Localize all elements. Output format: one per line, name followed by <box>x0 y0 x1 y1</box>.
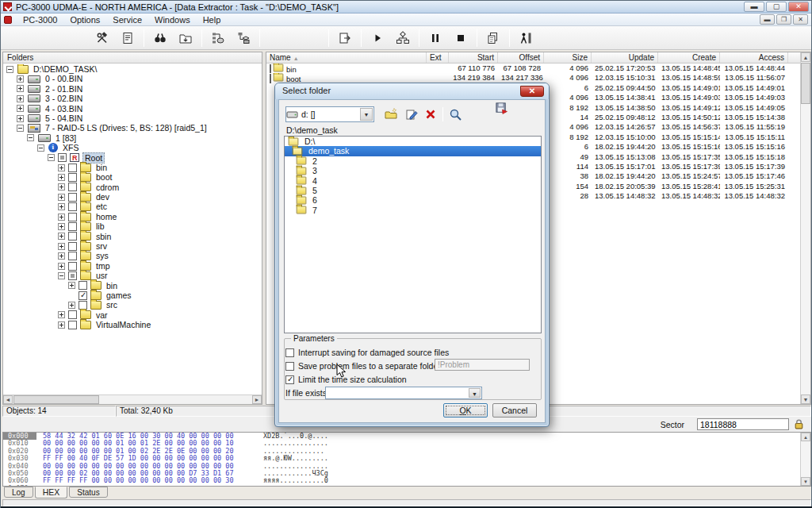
pause-button[interactable] <box>425 29 446 48</box>
scroll-up-icon[interactable]: ▲ <box>801 433 810 441</box>
expand-icon[interactable] <box>58 321 65 329</box>
expand-icon[interactable] <box>58 243 65 250</box>
interrupt-saving-option[interactable]: Interrupt saving for damaged source file… <box>285 348 449 357</box>
tree-checkbox[interactable] <box>79 281 87 290</box>
tree-checkbox[interactable] <box>68 164 77 172</box>
tree-item-src[interactable]: src <box>3 300 262 310</box>
save-problem-files-option[interactable]: Save problem files to a separate folder <box>285 361 441 371</box>
expand-icon[interactable] <box>17 105 24 112</box>
tree-item-etc[interactable]: etc <box>3 202 262 211</box>
tree-item-dev[interactable]: dev <box>3 192 262 202</box>
dialog-folder-5[interactable]: 5 <box>285 186 541 195</box>
object-map-button[interactable] <box>208 29 228 48</box>
collapse-icon[interactable] <box>27 134 34 141</box>
menu-help[interactable]: Help <box>197 15 228 25</box>
tree-checkbox[interactable] <box>68 183 77 191</box>
file-list-vertical-scrollbar[interactable]: ▲ ▼ <box>800 52 810 404</box>
dialog-folder-6[interactable]: 6 <box>285 195 541 205</box>
mdi-restore-button[interactable]: ❐ <box>776 14 791 25</box>
dialog-close-button[interactable]: ✕ <box>520 86 544 97</box>
tree-item-sbin[interactable]: sbin <box>3 232 262 241</box>
file-checkbox[interactable] <box>270 74 271 83</box>
collapse-icon[interactable] <box>48 154 55 161</box>
tree-checkbox[interactable] <box>68 321 77 329</box>
expand-icon[interactable] <box>58 214 65 221</box>
scrollbar-thumb[interactable] <box>801 63 810 104</box>
start-button[interactable] <box>367 29 388 48</box>
tree-item-bin[interactable]: bin <box>3 163 262 172</box>
save-problem-files-checkbox[interactable] <box>285 362 294 371</box>
tree-item-xfs[interactable]: XFS <box>3 143 262 152</box>
tree-checkbox[interactable] <box>68 232 77 241</box>
tree-item-3-02-bin[interactable]: 3 - 02.BIN <box>3 94 262 103</box>
tree-checkbox[interactable] <box>68 262 77 271</box>
tree-item-root[interactable]: Root <box>3 153 262 163</box>
dialog-folder-4[interactable]: 4 <box>285 176 541 186</box>
column-header-start[interactable]: Start <box>449 52 498 63</box>
column-header-size[interactable]: Size <box>544 52 592 63</box>
delete-button[interactable] <box>423 107 438 121</box>
scroll-left-icon[interactable]: ◄ <box>3 395 13 404</box>
tree-checkbox[interactable] <box>68 222 77 231</box>
tab-hex[interactable]: HEX <box>35 487 68 498</box>
tree-checkbox[interactable] <box>68 202 77 211</box>
expand-icon[interactable] <box>58 174 65 181</box>
minimize-button[interactable]: ▬ <box>744 2 764 12</box>
chevron-down-icon[interactable]: ▼ <box>469 388 481 398</box>
maximize-button[interactable]: ▢ <box>766 2 787 12</box>
tree-checkbox[interactable] <box>68 213 77 221</box>
expand-icon[interactable] <box>17 75 24 83</box>
dialog-folder-3[interactable]: 3 <box>285 166 541 175</box>
ok-button[interactable]: OK <box>443 403 488 418</box>
dialog-folder-2[interactable]: 2 <box>285 156 541 166</box>
interrupt-saving-checkbox[interactable] <box>285 348 294 357</box>
tree-item-bin[interactable]: bin <box>3 281 262 291</box>
expand-icon[interactable] <box>58 194 65 201</box>
tree-item-d-demo-task-[interactable]: D:\DEMO_TASK\ <box>3 64 262 74</box>
column-header-access[interactable]: Access <box>720 52 788 63</box>
menu-options[interactable]: Options <box>63 15 106 25</box>
tree-item-2-01-bin[interactable]: 2 - 01.BIN <box>3 84 262 94</box>
expand-icon[interactable] <box>58 223 65 230</box>
tree-item-boot[interactable]: boot <box>3 172 262 182</box>
find-folder-button[interactable] <box>448 107 462 121</box>
exit-button[interactable] <box>515 29 536 48</box>
analysis-button[interactable] <box>393 29 413 48</box>
file-row-bin[interactable]: bin67 110 77667 108 7284 09625.02.15 17:… <box>266 64 810 73</box>
hex-viewer[interactable]: 0x00058 44 32 42 01 60 0E 16 00 30 00 40… <box>2 432 811 487</box>
lock-icon[interactable] <box>793 418 805 430</box>
report-button[interactable] <box>117 29 138 48</box>
tools-button[interactable] <box>92 29 113 48</box>
tree-item-home[interactable]: home <box>3 212 262 221</box>
tree-checkbox[interactable] <box>68 242 77 251</box>
binoculars-button[interactable] <box>150 29 170 48</box>
tree-item-0-00-bin[interactable]: 0 - 00.BIN <box>3 74 262 83</box>
export-button[interactable] <box>335 29 355 48</box>
dialog-folder-demo-task[interactable]: demo_task <box>285 146 541 156</box>
hex-vertical-scrollbar[interactable]: ▲ ▼ <box>800 433 810 486</box>
mdi-close-button[interactable]: ✕ <box>793 14 808 25</box>
file-checkbox[interactable] <box>270 64 271 73</box>
tree-item-5-04-bin[interactable]: 5 - 04.BIN <box>3 114 262 123</box>
tree-item-1-83-[interactable]: 1 [83] <box>3 133 262 143</box>
new-folder-button[interactable] <box>384 107 398 121</box>
tree-item-games[interactable]: games <box>3 291 262 300</box>
hex-row-0x060[interactable]: 0x060FF FF FF FF 00 00 00 00 00 00 00 00… <box>3 477 810 484</box>
tree-item-tmp[interactable]: tmp <box>3 261 262 271</box>
menu-windows[interactable]: Windows <box>148 15 197 25</box>
problem-folder-input[interactable] <box>435 359 530 371</box>
tree-checkbox[interactable] <box>68 252 77 260</box>
expand-icon[interactable] <box>58 233 65 240</box>
expand-icon[interactable] <box>58 164 65 171</box>
tree-checkbox[interactable] <box>58 153 67 162</box>
expand-icon[interactable] <box>58 252 65 260</box>
column-header-name[interactable]: Name▲ <box>266 52 427 63</box>
tree-item-sys[interactable]: sys <box>3 251 262 260</box>
drive-combobox[interactable]: d: [] ▼ <box>285 106 374 122</box>
expand-icon[interactable] <box>58 311 65 318</box>
scroll-up-icon[interactable]: ▲ <box>801 52 810 62</box>
tree-checkbox[interactable] <box>68 173 77 182</box>
expand-icon[interactable] <box>58 203 65 210</box>
mdi-minimize-button[interactable]: ▬ <box>760 14 775 25</box>
menu-service[interactable]: Service <box>106 15 148 25</box>
